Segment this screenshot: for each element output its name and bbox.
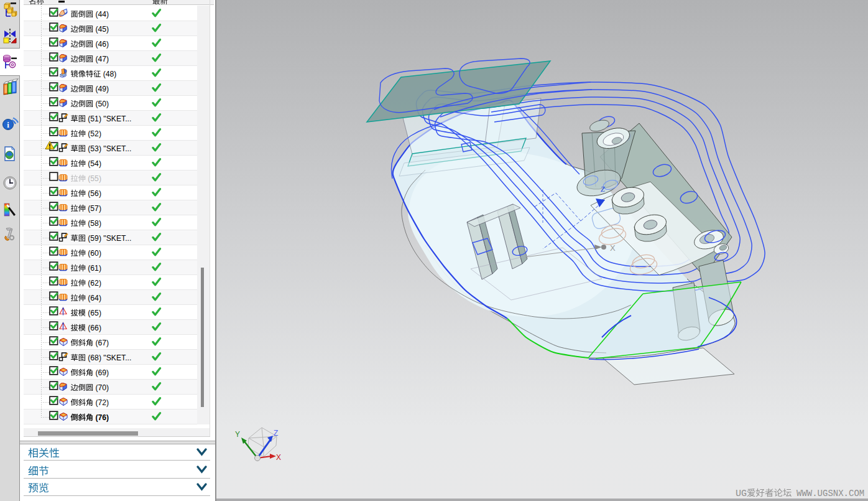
svg-text:Y: Y <box>235 430 240 439</box>
svg-text:(44): (44) <box>93 10 109 19</box>
svg-text:(57): (57) <box>86 204 101 213</box>
svg-text:(67): (67) <box>93 339 109 347</box>
svg-text:X: X <box>276 453 281 462</box>
svg-text:(68) "SKET...: (68) "SKET... <box>86 354 131 362</box>
svg-text:(58): (58) <box>86 219 101 228</box>
svg-text:(55): (55) <box>86 174 101 183</box>
svg-text:(54): (54) <box>86 159 101 168</box>
svg-text:UG: UG <box>736 489 747 499</box>
svg-text:(66): (66) <box>86 324 101 332</box>
svg-text:(76): (76) <box>93 413 109 422</box>
svg-text:(52): (52) <box>86 129 101 138</box>
svg-text:(59) "SKET...: (59) "SKET... <box>86 234 131 243</box>
svg-text:(64): (64) <box>86 294 101 302</box>
svg-text:(53) "SKET...: (53) "SKET... <box>86 144 131 153</box>
svg-text:(47): (47) <box>93 55 109 63</box>
svg-text:(50): (50) <box>93 100 109 108</box>
svg-text:WWW.UGSNX.COM: WWW.UGSNX.COM <box>796 489 864 499</box>
svg-text:(48): (48) <box>101 70 116 78</box>
svg-text:(62): (62) <box>86 279 101 288</box>
svg-text:(46): (46) <box>93 40 109 49</box>
svg-text:Z: Z <box>601 185 605 194</box>
svg-text:(72): (72) <box>93 398 109 407</box>
svg-text:(70): (70) <box>93 383 109 392</box>
svg-text:(69): (69) <box>93 368 109 377</box>
svg-text:(45): (45) <box>93 25 109 34</box>
svg-text:(49): (49) <box>93 85 109 93</box>
svg-text:(65): (65) <box>86 309 101 317</box>
svg-text:Z: Z <box>274 429 278 438</box>
svg-text:(56): (56) <box>86 189 101 198</box>
svg-text:X: X <box>610 243 616 253</box>
svg-text:(60): (60) <box>86 249 101 258</box>
svg-text:(61): (61) <box>86 264 101 273</box>
svg-text:(51) "SKET...: (51) "SKET... <box>86 115 131 123</box>
